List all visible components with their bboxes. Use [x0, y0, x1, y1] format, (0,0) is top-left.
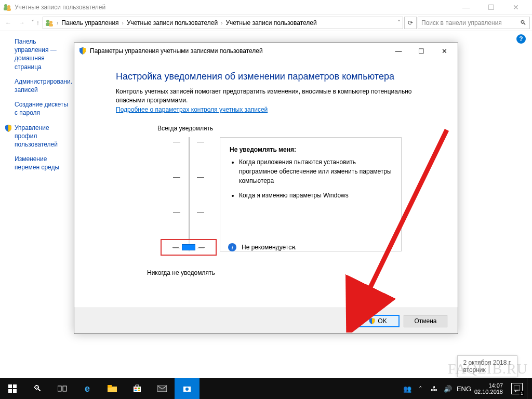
svg-rect-18 — [135, 388, 137, 389]
svg-point-5 — [49, 21, 52, 24]
mail-icon[interactable] — [150, 378, 175, 399]
info-panel: Не уведомлять меня: Когда приложения пыт… — [220, 137, 402, 251]
search-icon[interactable]: 🔍︎ — [25, 378, 50, 399]
uac-heading: Настройка уведомления об изменении парам… — [116, 71, 416, 82]
back-button[interactable]: ← — [2, 17, 15, 29]
search-icon: 🔍︎ — [520, 19, 526, 26]
store-icon[interactable] — [125, 378, 150, 399]
uac-minimize-button[interactable]: — — [387, 43, 410, 59]
breadcrumb-item[interactable]: Панель управления — [61, 19, 118, 26]
svg-rect-7 — [49, 24, 53, 26]
info-icon: i — [228, 243, 236, 251]
chevron-right-icon[interactable]: › — [56, 20, 59, 26]
uac-dialog: Параметры управления учетными записями п… — [74, 43, 458, 334]
show-desktop-button[interactable] — [527, 378, 530, 399]
chevron-right-icon[interactable]: › — [220, 20, 223, 26]
ok-button[interactable]: OK — [356, 315, 400, 327]
taskbar: 🔍︎ e 👥 ˄ 🖧 🔊 ENG 14:07 02.10.2018 — [0, 378, 532, 399]
address-bar[interactable]: › Панель управления › Учетные записи пол… — [43, 17, 403, 29]
uac-body: Настройка уведомления об изменении парам… — [74, 59, 458, 292]
nav-toolbar: ← → ˅ ↑ › Панель управления › Учетные за… — [0, 15, 532, 31]
minimize-button[interactable]: — — [458, 2, 474, 12]
shield-icon — [78, 47, 87, 55]
info-note: i Не рекомендуется. — [228, 243, 297, 251]
slider-thumb-highlight: — — — [161, 239, 217, 256]
svg-rect-3 — [7, 8, 11, 11]
settings-icon[interactable] — [175, 378, 200, 399]
sidebar-link[interactable]: Панель управления — домашняя страница — [15, 37, 71, 71]
titlebar: Учетные записи пользователей — ☐ ✕ — [0, 0, 532, 15]
refresh-button[interactable]: ⟳ — [404, 17, 417, 29]
svg-rect-12 — [13, 389, 17, 393]
svg-rect-11 — [8, 389, 12, 393]
sidebar-link[interactable]: Создание дискеты с пароля — [15, 100, 71, 117]
uac-footer: OK Отмена — [74, 308, 458, 334]
slider-top-label: Всегда уведомлять — [157, 125, 213, 132]
task-view-icon[interactable] — [50, 378, 75, 399]
svg-rect-13 — [58, 386, 61, 391]
uac-description: Контроль учетных записей помогает предот… — [116, 87, 416, 105]
uac-close-button[interactable]: ✕ — [433, 43, 456, 59]
explorer-icon[interactable] — [100, 378, 125, 399]
up-button[interactable]: ˅ ↑ — [29, 17, 42, 29]
info-panel-title: Не уведомлять меня: — [230, 145, 392, 154]
svg-rect-9 — [8, 384, 12, 388]
forward-button[interactable]: → — [16, 17, 28, 29]
search-input[interactable]: Поиск в панели управления 🔍︎ — [418, 17, 530, 29]
window-controls: — ☐ ✕ — [458, 2, 529, 12]
edge-icon[interactable]: e — [75, 378, 100, 399]
svg-rect-17 — [134, 387, 141, 392]
slider-area: Всегда уведомлять —— —— —— —— — — Никогд… — [116, 125, 416, 286]
chevron-right-icon[interactable]: › — [121, 20, 125, 26]
people-icon — [45, 19, 54, 27]
sidebar-link[interactable]: Изменение перемен среды — [15, 155, 71, 171]
slider-bottom-label: Никогда не уведомлять — [147, 269, 215, 276]
svg-point-1 — [7, 5, 10, 8]
uac-title-text: Параметры управления учетными записями п… — [90, 47, 387, 55]
breadcrumb-item[interactable]: Учетные записи пользователей — [225, 19, 316, 26]
maximize-button[interactable]: ☐ — [483, 2, 499, 12]
tray-chevron-icon[interactable]: ˄ — [416, 385, 425, 393]
window-title: Учетные записи пользователей — [15, 4, 458, 11]
address-dropdown[interactable]: ˅ — [397, 19, 401, 26]
volume-icon[interactable]: 🔊 — [443, 385, 453, 393]
sidebar-link[interactable]: Управление профил пользователей — [15, 124, 71, 149]
search-placeholder: Поиск в панели управления — [421, 19, 520, 26]
network-icon[interactable]: 🖧 — [430, 385, 439, 393]
people-icon[interactable]: 👥 — [403, 385, 412, 393]
svg-rect-14 — [63, 386, 66, 391]
breadcrumb-item[interactable]: Учетные записи пользователей — [127, 19, 218, 26]
svg-rect-16 — [108, 385, 112, 388]
date-tooltip: 2 октября 2018 г. вторник — [457, 355, 517, 377]
svg-point-24 — [185, 388, 189, 391]
cancel-button[interactable]: Отмена — [404, 315, 447, 327]
language-indicator[interactable]: ENG — [457, 385, 466, 393]
svg-rect-20 — [135, 390, 137, 391]
svg-rect-19 — [138, 388, 140, 389]
notifications-icon[interactable] — [511, 383, 523, 394]
slider-thumb[interactable] — [182, 244, 195, 250]
svg-rect-25 — [514, 385, 520, 390]
svg-rect-21 — [138, 390, 140, 391]
info-bullet: Когда приложения пытаются установить про… — [239, 157, 392, 185]
start-button[interactable] — [0, 378, 25, 399]
uac-learn-more-link[interactable]: Подробнее о параметрах контроля учетных … — [116, 106, 416, 113]
sidebar-link[interactable]: Администрировани. записей — [15, 77, 71, 94]
info-bullet: Когда я изменяю параметры Windows — [239, 191, 392, 200]
svg-rect-10 — [13, 384, 17, 388]
sidebar: Панель управления — домашняя страница Ад… — [0, 31, 73, 384]
shield-icon — [4, 124, 12, 135]
taskbar-clock[interactable]: 14:07 02.10.2018 — [470, 382, 507, 395]
svg-point-0 — [4, 4, 7, 7]
uac-titlebar: Параметры управления учетными записями п… — [74, 43, 458, 59]
uac-maximize-button[interactable]: ☐ — [410, 43, 433, 59]
close-button[interactable]: ✕ — [508, 2, 524, 12]
people-icon — [3, 3, 11, 11]
svg-point-4 — [46, 20, 49, 23]
